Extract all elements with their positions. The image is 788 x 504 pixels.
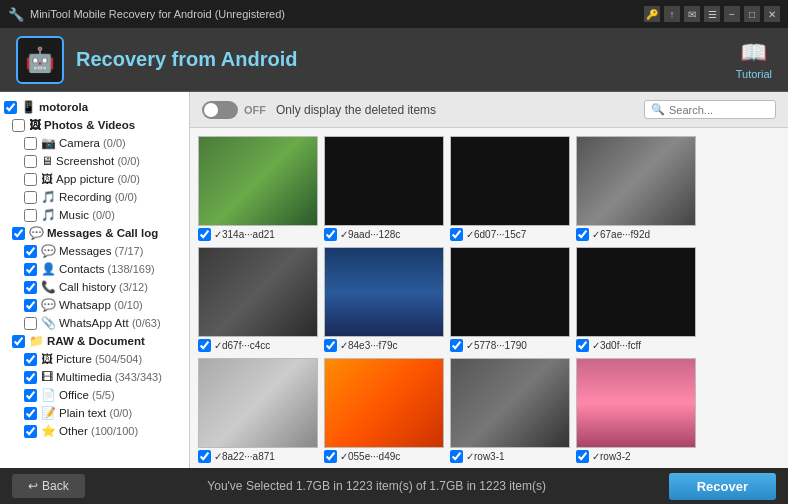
- sidebar-item-apppicture[interactable]: 🖼 App picture (0/0): [0, 170, 189, 188]
- toggle-switch[interactable]: OFF: [202, 101, 266, 119]
- raw-section-checkbox[interactable]: [12, 335, 25, 348]
- messages-section-checkbox[interactable]: [12, 227, 25, 240]
- image-thumbnail[interactable]: [576, 136, 696, 226]
- image-thumbnail[interactable]: [324, 358, 444, 448]
- image-thumbnail[interactable]: [198, 247, 318, 337]
- image-checkbox[interactable]: [576, 450, 589, 463]
- sms-icon: 💬: [41, 244, 56, 258]
- whatsappatt-checkbox[interactable]: [24, 317, 37, 330]
- toggle-control[interactable]: [202, 101, 238, 119]
- messages-checkbox[interactable]: [24, 245, 37, 258]
- email-button[interactable]: ✉: [684, 6, 700, 22]
- sidebar-item-recording[interactable]: 🎵 Recording (0/0): [0, 188, 189, 206]
- sidebar-item-messages[interactable]: 💬 Messages (7/17): [0, 242, 189, 260]
- toggle-label: OFF: [244, 104, 266, 116]
- image-thumbnail[interactable]: [324, 247, 444, 337]
- sidebar-item-picture[interactable]: 🖼 Picture (504/504): [0, 350, 189, 368]
- close-button[interactable]: ✕: [764, 6, 780, 22]
- raw-icon: 📁: [29, 334, 44, 348]
- image-grid: ✓314a···ad21 ✓9aad···128c ✓6d07···15c7: [190, 128, 788, 468]
- photos-checkbox[interactable]: [12, 119, 25, 132]
- image-item: ✓314a···ad21: [198, 136, 318, 241]
- sidebar-root[interactable]: 📱 motorola: [0, 98, 189, 116]
- picture-checkbox[interactable]: [24, 353, 37, 366]
- sidebar-section-raw[interactable]: 📁 RAW & Document: [0, 332, 189, 350]
- image-item: ✓9aad···128c: [324, 136, 444, 241]
- image-thumbnail[interactable]: [576, 358, 696, 448]
- contacts-checkbox[interactable]: [24, 263, 37, 276]
- image-thumbnail[interactable]: [576, 247, 696, 337]
- image-checkbox[interactable]: [576, 228, 589, 241]
- key-button[interactable]: 🔑: [644, 6, 660, 22]
- sidebar-item-multimedia[interactable]: 🎞 Multimedia (343/343): [0, 368, 189, 386]
- apppicture-checkbox[interactable]: [24, 173, 37, 186]
- search-input[interactable]: [669, 104, 769, 116]
- header-left: 🤖 Recovery from Android: [16, 36, 298, 84]
- image-checkbox[interactable]: [450, 228, 463, 241]
- image-checkbox[interactable]: [198, 450, 211, 463]
- image-checkbox[interactable]: [450, 450, 463, 463]
- root-checkbox[interactable]: [4, 101, 17, 114]
- back-button[interactable]: ↩ Back: [12, 474, 85, 498]
- callhistory-checkbox[interactable]: [24, 281, 37, 294]
- whatsapp-checkbox[interactable]: [24, 299, 37, 312]
- sidebar-section-messages[interactable]: 💬 Messages & Call log: [0, 224, 189, 242]
- image-label: ✓5778···1790: [450, 337, 570, 352]
- office-checkbox[interactable]: [24, 389, 37, 402]
- image-checkbox[interactable]: [576, 339, 589, 352]
- menu-button[interactable]: ☰: [704, 6, 720, 22]
- image-thumbnail[interactable]: [324, 136, 444, 226]
- sidebar-item-camera[interactable]: 📷 Camera (0/0): [0, 134, 189, 152]
- sidebar-item-whatsappatt[interactable]: 📎 WhatsApp Att (0/63): [0, 314, 189, 332]
- sidebar-item-music[interactable]: 🎵 Music (0/0): [0, 206, 189, 224]
- sidebar-item-office[interactable]: 📄 Office (5/5): [0, 386, 189, 404]
- search-box: 🔍: [644, 100, 776, 119]
- sidebar-item-plaintext[interactable]: 📝 Plain text (0/0): [0, 404, 189, 422]
- callhistory-icon: 📞: [41, 280, 56, 294]
- music-icon: 🎵: [41, 208, 56, 222]
- sidebar-item-whatsapp[interactable]: 💬 Whatsapp (0/10): [0, 296, 189, 314]
- image-thumbnail[interactable]: [198, 136, 318, 226]
- upload-button[interactable]: ↑: [664, 6, 680, 22]
- back-label: Back: [42, 479, 69, 493]
- sidebar-item-other[interactable]: ⭐ Other (100/100): [0, 422, 189, 440]
- music-checkbox[interactable]: [24, 209, 37, 222]
- image-checkbox[interactable]: [198, 339, 211, 352]
- image-thumbnail[interactable]: [450, 136, 570, 226]
- image-label: ✓9aad···128c: [324, 226, 444, 241]
- image-checkbox[interactable]: [324, 450, 337, 463]
- sidebar-item-contacts[interactable]: 👤 Contacts (138/169): [0, 260, 189, 278]
- back-arrow-icon: ↩: [28, 479, 38, 493]
- multimedia-checkbox[interactable]: [24, 371, 37, 384]
- image-thumbnail[interactable]: [450, 358, 570, 448]
- sidebar-section-photos[interactable]: 🖼 Photos & Videos: [0, 116, 189, 134]
- recording-checkbox[interactable]: [24, 191, 37, 204]
- recover-button[interactable]: Recover: [669, 473, 776, 500]
- image-item: ✓3d0f···fcff: [576, 247, 696, 352]
- image-item: ✓8a22···a871: [198, 358, 318, 463]
- image-item: ✓84e3···f79c: [324, 247, 444, 352]
- image-checkbox[interactable]: [324, 339, 337, 352]
- titlebar-title: MiniTool Mobile Recovery for Android (Un…: [30, 8, 285, 20]
- image-thumbnail[interactable]: [198, 358, 318, 448]
- minimize-button[interactable]: −: [724, 6, 740, 22]
- image-thumbnail[interactable]: [450, 247, 570, 337]
- plaintext-checkbox[interactable]: [24, 407, 37, 420]
- phone-icon: 📱: [21, 100, 36, 114]
- other-checkbox[interactable]: [24, 425, 37, 438]
- sidebar-item-screenshot[interactable]: 🖥 Screenshot (0/0): [0, 152, 189, 170]
- image-checkbox[interactable]: [324, 228, 337, 241]
- screenshot-checkbox[interactable]: [24, 155, 37, 168]
- sidebar: 📱 motorola 🖼 Photos & Videos 📷 Camera (0…: [0, 92, 190, 468]
- image-label: ✓84e3···f79c: [324, 337, 444, 352]
- sidebar-item-callhistory[interactable]: 📞 Call history (3/12): [0, 278, 189, 296]
- main-area: 📱 motorola 🖼 Photos & Videos 📷 Camera (0…: [0, 92, 788, 468]
- tutorial-button[interactable]: 📖 Tutorial: [736, 40, 772, 80]
- image-checkbox[interactable]: [450, 339, 463, 352]
- image-label: ✓055e···d49c: [324, 448, 444, 463]
- maximize-button[interactable]: □: [744, 6, 760, 22]
- camera-checkbox[interactable]: [24, 137, 37, 150]
- image-checkbox[interactable]: [198, 228, 211, 241]
- image-label: ✓d67f···c4cc: [198, 337, 318, 352]
- plaintext-icon: 📝: [41, 406, 56, 420]
